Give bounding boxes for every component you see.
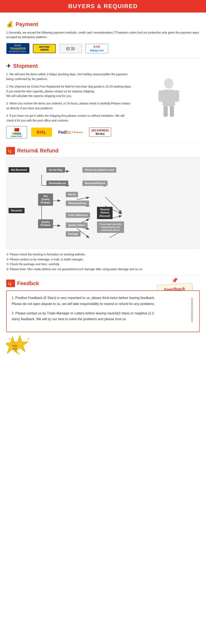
shipment-icon: ✈ xyxy=(6,62,11,70)
payment-icon: 💰 xyxy=(6,21,13,28)
return-notes: ① Please check the tracking in formation… xyxy=(6,252,200,272)
quality-defect-node: Quality Defect xyxy=(66,222,88,228)
wrong-delivery-node: Wrong Delivery xyxy=(66,200,89,206)
shipment-wrapper: 1. We will sent the items within 2-5days… xyxy=(6,72,200,123)
svg-rect-25 xyxy=(191,298,193,319)
resend-refund-node: Resend Refund Discount xyxy=(97,207,112,219)
not-fit-node: Not fit xyxy=(66,192,78,197)
moneybookers-logo xyxy=(59,44,82,53)
svg-text:Your: Your xyxy=(12,344,18,347)
payment-logos: BANK TRANSFER INTERNATIONAL WESTERN UNIO… xyxy=(6,43,200,54)
dhl-logo: DHL xyxy=(31,128,52,137)
not-received-node: Not Received xyxy=(8,167,29,172)
please-wait-node: Please be patient to wait xyxy=(82,167,116,172)
received-refund-node: Received/Refund xyxy=(82,180,107,186)
feedback-icon: 🎁 xyxy=(6,280,15,287)
feedback-para-1: 1. Positive Feedback (5 Stars) is very i… xyxy=(12,295,158,307)
international-label: INTERNATIONAL xyxy=(9,50,27,53)
flow-diagram: Not Received On the Way Please be patien… xyxy=(6,157,200,249)
damage-node: Damage xyxy=(66,231,81,237)
alipay-logo: 支付宝 Alipay.com xyxy=(85,44,108,53)
svg-point-0 xyxy=(164,78,173,88)
svg-text:★: ★ xyxy=(27,337,30,340)
western-union-logo: WESTERN UNION xyxy=(33,44,56,53)
feedback-section: 🎁 Feedbck 📌 Feedback ────────────────── … xyxy=(6,280,200,356)
not-quality-node: Not Quality Problem xyxy=(38,194,53,206)
return-section: 🎁 Return& Refund xyxy=(6,147,200,272)
return-heading: Return& Refund xyxy=(17,148,58,154)
western-label: WESTERN xyxy=(39,46,50,48)
alipay-label: Alipay.com xyxy=(90,49,104,52)
page-title: BUYERS & REQUIRED xyxy=(0,3,206,10)
sf-express-logo: (SF) EXPRESS 顺丰速运 xyxy=(89,128,111,137)
svg-rect-4 xyxy=(164,106,168,117)
payment-description: 1.Generally, we accept the following pay… xyxy=(6,30,200,40)
china-post-logo: 🇨🇳 中国邮政 CHINA POST xyxy=(6,126,27,138)
svg-rect-1 xyxy=(163,90,175,106)
svg-text:Text: Text xyxy=(12,348,17,350)
shipment-para-3: 3. When you receive the items you ordere… xyxy=(6,101,132,110)
bank-transfer-logo: BANK TRANSFER INTERNATIONAL xyxy=(6,43,29,54)
shipping-logos: 🇨🇳 中国邮政 CHINA POST DHL FedEx ® Express (… xyxy=(6,126,200,138)
bank-label: BANK xyxy=(14,44,21,47)
shipment-para-2: 2.The shipment by China Post Registered … xyxy=(6,84,132,98)
shipment-para-1: 1. We will sent the items within 2-5days… xyxy=(6,72,132,81)
return-note-2: ② Please contact us by meesage, e-mail, … xyxy=(6,257,200,262)
pencil-decoration xyxy=(189,296,195,328)
return-note-3: ③ Check the package and Item, carefully. xyxy=(6,262,200,267)
shipment-section-title: ✈ Shipment xyxy=(6,62,200,70)
union-label: UNION xyxy=(40,48,49,51)
section-divider-2 xyxy=(6,142,200,143)
payment-section-title: 💰 Payment xyxy=(6,21,200,28)
received-lost-node: Received/Lost xyxy=(46,180,68,186)
shipment-heading: Shipment xyxy=(13,63,38,69)
received-node: Received xyxy=(8,208,24,213)
alipay-symbol: 支付宝 xyxy=(93,45,100,48)
feedback-text-content: 1. Positive Feedback (5 Stars) is very i… xyxy=(12,295,158,322)
return-note-4: ④ Please Note: Men made defects are not … xyxy=(6,267,200,272)
svg-line-15 xyxy=(77,198,89,200)
svg-rect-27 xyxy=(191,297,193,299)
svg-marker-26 xyxy=(191,319,193,323)
svg-rect-5 xyxy=(170,106,174,117)
svg-rect-2 xyxy=(158,90,163,102)
gold-badge-area: Your Text ★ ★ ★ xyxy=(6,334,200,356)
transfer-label: TRANSFER xyxy=(10,47,26,50)
svg-text:★: ★ xyxy=(8,337,11,340)
return-section-title: 🎁 Return& Refund xyxy=(6,147,200,154)
main-content: 💰 Payment 1.Generally, we accept the fol… xyxy=(0,12,206,362)
fedex-logo: FedEx ® Express xyxy=(56,128,85,137)
shipment-text-area: 1. We will sent the items within 2-5days… xyxy=(6,72,132,123)
feedback-para-2: 2. Please contact us by Trade Manager or… xyxy=(12,310,158,322)
return-icon: 🎁 xyxy=(6,147,15,154)
quality-problem-node: Quality Problem xyxy=(38,219,53,228)
star-badge-svg: Your Text ★ ★ ★ xyxy=(6,334,33,356)
page-header: BUYERS & REQUIRED xyxy=(0,0,206,12)
payment-heading: Payment xyxy=(16,21,38,28)
svg-rect-3 xyxy=(175,90,179,102)
feedback-card: 1. Positive Feedback (5 Stars) is very i… xyxy=(6,290,200,332)
section-divider-3 xyxy=(6,275,200,276)
return-note-1: ① Please check the tracking in formation… xyxy=(6,252,200,257)
svg-text:★: ★ xyxy=(18,352,20,355)
star-badge: Your Text ★ ★ ★ xyxy=(6,334,33,356)
else-requirements-node: If you have any else requirements you co… xyxy=(97,222,124,233)
feedback-heading: Feedbck xyxy=(17,280,39,287)
shipment-decorative-image xyxy=(138,72,200,122)
shipment-para-4: 4. If you have not got it within the shi… xyxy=(6,114,132,123)
on-the-way-node: On the Way xyxy=(46,167,65,172)
pin-icon: 📌 xyxy=(154,278,196,283)
color-difference-node: Color Difference xyxy=(66,212,90,218)
